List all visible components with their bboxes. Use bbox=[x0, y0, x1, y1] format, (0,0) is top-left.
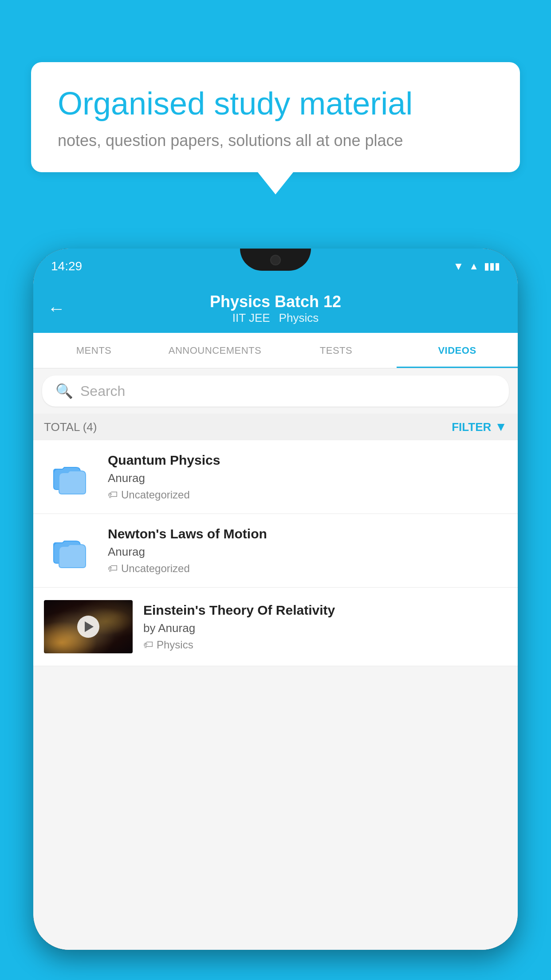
video-author-2: Anurag bbox=[108, 545, 507, 559]
video-title: Quantum Physics bbox=[108, 453, 507, 468]
signal-icon: ▲ bbox=[469, 261, 479, 272]
speech-bubble: Organised study material notes, question… bbox=[31, 62, 520, 172]
app-header: ← Physics Batch 12 IIT JEE Physics bbox=[33, 284, 518, 333]
list-item[interactable]: Einstein's Theory Of Relativity by Anura… bbox=[33, 588, 518, 666]
total-count: TOTAL (4) bbox=[44, 420, 97, 434]
header-title: Physics Batch 12 bbox=[210, 292, 341, 311]
filter-icon: ▼ bbox=[495, 420, 507, 434]
filter-label: FILTER bbox=[452, 420, 491, 434]
wifi-icon: ▼ bbox=[453, 260, 464, 273]
back-button[interactable]: ← bbox=[47, 299, 65, 319]
status-icons: ▼ ▲ ▮▮▮ bbox=[453, 260, 500, 273]
filter-bar: TOTAL (4) FILTER ▼ bbox=[33, 414, 518, 440]
subtitle-iitjee: IIT JEE bbox=[232, 311, 270, 325]
video-info-2: Newton's Laws of Motion Anurag 🏷 Uncateg… bbox=[108, 526, 507, 575]
play-icon bbox=[85, 621, 94, 632]
video-title-2: Newton's Laws of Motion bbox=[108, 526, 507, 541]
tag-label: Uncategorized bbox=[121, 489, 190, 501]
video-title-3: Einstein's Theory Of Relativity bbox=[143, 603, 507, 618]
tabs-bar: MENTS ANNOUNCEMENTS TESTS VIDEOS bbox=[33, 333, 518, 368]
header-subtitle: IIT JEE Physics bbox=[232, 311, 319, 325]
video-author-3: by Anurag bbox=[143, 621, 507, 635]
tag-label-3: Physics bbox=[157, 639, 193, 651]
list-item[interactable]: Newton's Laws of Motion Anurag 🏷 Uncateg… bbox=[33, 514, 518, 588]
video-info: Quantum Physics Anurag 🏷 Uncategorized bbox=[108, 453, 507, 501]
tag-label-2: Uncategorized bbox=[121, 562, 190, 575]
status-time: 14:29 bbox=[51, 259, 82, 273]
filter-button[interactable]: FILTER ▼ bbox=[452, 420, 507, 434]
tag-icon-2: 🏷 bbox=[108, 563, 118, 574]
tab-videos[interactable]: VIDEOS bbox=[397, 333, 518, 368]
folder-thumbnail bbox=[44, 455, 97, 499]
speech-bubble-container: Organised study material notes, question… bbox=[31, 62, 520, 194]
video-tag-3: 🏷 Physics bbox=[143, 639, 507, 651]
status-bar: 14:29 ▼ ▲ ▮▮▮ bbox=[33, 249, 518, 284]
video-info-3: Einstein's Theory Of Relativity by Anura… bbox=[143, 603, 507, 651]
phone-screen: 14:29 ▼ ▲ ▮▮▮ ← Physics Batch 12 IIT JEE… bbox=[33, 249, 518, 950]
folder-icon-2 bbox=[53, 533, 88, 569]
video-author: Anurag bbox=[108, 471, 507, 485]
video-list: Quantum Physics Anurag 🏷 Uncategorized bbox=[33, 440, 518, 666]
battery-icon: ▮▮▮ bbox=[484, 261, 500, 272]
tab-tests[interactable]: TESTS bbox=[276, 333, 397, 368]
phone-container: 14:29 ▼ ▲ ▮▮▮ ← Physics Batch 12 IIT JEE… bbox=[33, 249, 518, 980]
folder-icon bbox=[53, 459, 88, 495]
content-area: 🔍 Search TOTAL (4) FILTER ▼ bbox=[33, 368, 518, 950]
tab-announcements[interactable]: ANNOUNCEMENTS bbox=[154, 333, 276, 368]
tag-icon-3: 🏷 bbox=[143, 639, 153, 651]
video-tag: 🏷 Uncategorized bbox=[108, 489, 507, 501]
search-icon: 🔍 bbox=[55, 383, 73, 399]
einstein-thumbnail bbox=[44, 600, 133, 653]
search-placeholder: Search bbox=[80, 383, 125, 399]
search-bar[interactable]: 🔍 Search bbox=[42, 375, 509, 407]
speech-bubble-title: Organised study material bbox=[58, 84, 493, 122]
phone-frame: 14:29 ▼ ▲ ▮▮▮ ← Physics Batch 12 IIT JEE… bbox=[33, 249, 518, 950]
folder-thumbnail-2 bbox=[44, 529, 97, 573]
speech-bubble-subtitle: notes, question papers, solutions all at… bbox=[58, 131, 493, 150]
tab-ments[interactable]: MENTS bbox=[33, 333, 154, 368]
speech-bubble-arrow bbox=[258, 172, 293, 194]
subtitle-physics: Physics bbox=[279, 311, 319, 325]
video-tag-2: 🏷 Uncategorized bbox=[108, 562, 507, 575]
tag-icon: 🏷 bbox=[108, 489, 118, 501]
play-button[interactable] bbox=[77, 616, 99, 638]
list-item[interactable]: Quantum Physics Anurag 🏷 Uncategorized bbox=[33, 440, 518, 514]
